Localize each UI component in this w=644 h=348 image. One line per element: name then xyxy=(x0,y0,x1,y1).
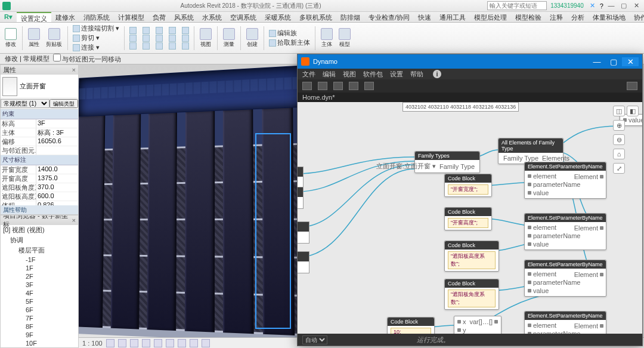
prop-row[interactable]: 开窗高度1375.0 xyxy=(1,174,78,183)
viewbar-icon[interactable] xyxy=(142,339,150,347)
user-id[interactable]: 1334319940 xyxy=(550,2,584,9)
browser-floor-node[interactable]: 3F xyxy=(1,281,78,289)
properties-help-link[interactable]: 属性帮助 xyxy=(1,205,78,214)
dynamo-menu-item[interactable]: 软件包 xyxy=(363,70,383,79)
viewbar-icon[interactable] xyxy=(154,339,162,347)
node-set-parameter[interactable]: Element.SetParameterByNameelementparamet… xyxy=(524,311,606,334)
dy-fit[interactable]: ⤢ xyxy=(613,163,625,174)
properties-tool[interactable]: 属性 xyxy=(26,27,42,50)
dynamo-menu-item[interactable]: 视图 xyxy=(343,70,356,79)
panel-close-icon[interactable]: × xyxy=(72,217,76,224)
ribbon-tab[interactable]: 分析 xyxy=(567,12,589,22)
help-icon[interactable]: ? xyxy=(600,2,603,10)
ribbon-tab[interactable]: 建修水 xyxy=(51,12,79,22)
viewbar-icon[interactable] xyxy=(118,339,126,347)
join-button[interactable]: 连接 ▾ xyxy=(71,43,121,52)
ribbon-tab[interactable]: 计算模型 xyxy=(114,12,148,22)
pick-new-host-button[interactable]: 拾取新主体 xyxy=(267,38,312,47)
viewbar-icon[interactable] xyxy=(178,339,186,347)
node-var[interactable]: xvar[]…[] y xyxy=(454,316,501,334)
prop-row[interactable]: 偏移16050.6 xyxy=(1,137,78,146)
viewbar-icon[interactable] xyxy=(166,339,174,347)
minimize-button[interactable]: — xyxy=(606,2,617,9)
partial-node[interactable]: …高度系数 xyxy=(298,221,309,244)
ribbon-tab[interactable]: 模型检验 xyxy=(511,12,546,22)
prop-row[interactable]: 标高3F xyxy=(1,119,78,128)
viewbar-icon[interactable] xyxy=(130,339,138,347)
browser-floor-node[interactable]: 2F xyxy=(1,272,78,281)
ribbon-tab[interactable]: 注释 xyxy=(546,12,567,22)
node-set-parameter[interactable]: Element.SetParameterByNameelementparamet… xyxy=(524,260,606,297)
modify-tool[interactable]: 修改 xyxy=(2,27,19,50)
partial-node[interactable]: …宽度 xyxy=(298,187,304,209)
screenshot-icon[interactable] xyxy=(627,82,637,90)
browser-node[interactable]: 协调 xyxy=(1,235,78,245)
node-family-types[interactable]: Family Types 立面开窗:立面开窗▾Family Type xyxy=(414,151,480,173)
prop-row[interactable]: 与邻近图元… xyxy=(1,146,78,155)
save-file-icon[interactable] xyxy=(333,82,343,90)
ribbon-tab[interactable]: 多联机系统 xyxy=(295,12,336,22)
type-name[interactable]: 立面开窗 xyxy=(20,82,46,91)
prop-row[interactable]: 体积0.826 xyxy=(1,201,78,205)
dynamo-canvas[interactable]: 4032102 4032110 4032118 4032126 4032136 … xyxy=(298,102,642,334)
ribbon-tab[interactable]: 负荷 xyxy=(148,12,170,22)
ribbon-tab[interactable]: 快速 xyxy=(414,12,435,22)
node-set-parameter[interactable]: Element.SetParameterByNameelementparamet… xyxy=(524,213,606,250)
prop-row[interactable]: 主体标高 : 3F xyxy=(1,128,78,137)
ribbon-tab[interactable]: 消防系统 xyxy=(79,12,114,22)
panel-close-icon[interactable]: × xyxy=(72,66,76,73)
edit-type-button[interactable]: 编辑类型 xyxy=(49,99,78,108)
open-file-icon[interactable] xyxy=(318,82,327,90)
cut-button[interactable]: 剪切 ▾ xyxy=(71,33,121,42)
run-mode-select[interactable]: 自动 xyxy=(302,335,327,344)
browser-floor-node[interactable]: 10F xyxy=(1,339,78,347)
viewbar-icon[interactable] xyxy=(202,339,210,347)
cope-cut-button[interactable]: 连接端切割 ▾ xyxy=(71,24,121,33)
clipboard-tool[interactable]: 剪贴板 xyxy=(44,27,64,50)
browser-floor-node[interactable]: 7F xyxy=(1,314,78,322)
viewbar-icon[interactable] xyxy=(106,339,114,347)
dy-zoom-in[interactable]: ⊕ xyxy=(613,120,625,131)
browser-floor-node[interactable]: 4F xyxy=(1,289,78,297)
zoom-level[interactable]: 1 : 100 xyxy=(82,340,103,347)
node-set-parameter[interactable]: Element.SetParameterByNameelementparamet… xyxy=(524,162,606,199)
dy-maximize[interactable]: ▢ xyxy=(605,57,622,66)
ribbon-tab[interactable]: 空调系统 xyxy=(226,12,261,22)
node-code-block[interactable]: Code Block"遮阳板高度系数"; xyxy=(444,241,499,272)
redo-icon[interactable] xyxy=(364,82,374,90)
browser-floor-node[interactable]: 1F xyxy=(1,264,78,272)
partial-node[interactable]: …角度系数 xyxy=(298,251,309,273)
prop-group-header[interactable]: 尺寸标注 xyxy=(1,155,78,165)
model-group[interactable]: 模型 xyxy=(336,27,353,50)
view-group[interactable]: 视图 xyxy=(197,27,214,50)
dy-home[interactable]: ⌂ xyxy=(613,149,625,159)
ribbon-tab[interactable]: 协作 xyxy=(630,12,644,22)
dy-view-toggle[interactable]: ◧ xyxy=(627,106,639,116)
new-file-icon[interactable] xyxy=(302,82,312,90)
host-group[interactable]: 主体 xyxy=(318,27,335,50)
ribbon-tab[interactable]: 模型后处理 xyxy=(470,12,511,22)
dy-minimize[interactable]: — xyxy=(589,57,605,66)
ribbon-tab[interactable]: 采暖系统 xyxy=(261,12,295,22)
ribbon-tab[interactable]: 水系统 xyxy=(198,12,226,22)
info-icon[interactable]: i xyxy=(433,70,441,78)
ribbon-tab[interactable]: 设置定义 xyxy=(17,12,51,22)
node-code-block[interactable]: Code Block"开窗宽度"; xyxy=(444,174,492,197)
node-code-block[interactable]: Code Block"开窗高度"; xyxy=(444,207,492,230)
move-with-nearby-checkbox[interactable]: 与邻近图元一同移动 xyxy=(53,54,121,64)
browser-floor-node[interactable]: 9F xyxy=(1,331,78,339)
prop-row[interactable]: 遮阳板角度系…370.0 xyxy=(1,183,78,192)
measure-group[interactable]: 测量 xyxy=(221,27,237,50)
maximize-button[interactable]: ▢ xyxy=(618,2,629,10)
dynamo-tab[interactable]: Home.dyn* xyxy=(302,94,335,101)
prop-row[interactable]: 开窗宽度1400.0 xyxy=(1,165,78,174)
ribbon-tab[interactable]: 体量和场地 xyxy=(589,12,630,22)
ribbon-tab[interactable]: 风系统 xyxy=(170,12,198,22)
dynamo-titlebar[interactable]: Dynamo — ▢ ✕ xyxy=(298,54,642,69)
prop-group-header[interactable]: 约束 xyxy=(1,109,78,119)
browser-floor-node[interactable]: 8F xyxy=(1,322,78,331)
browser-node[interactable]: 楼层平面 xyxy=(1,245,78,255)
ribbon-tab[interactable]: 防排烟 xyxy=(336,12,364,22)
comm-icon[interactable]: ✕ xyxy=(590,2,595,10)
dy-close[interactable]: ✕ xyxy=(622,57,639,66)
